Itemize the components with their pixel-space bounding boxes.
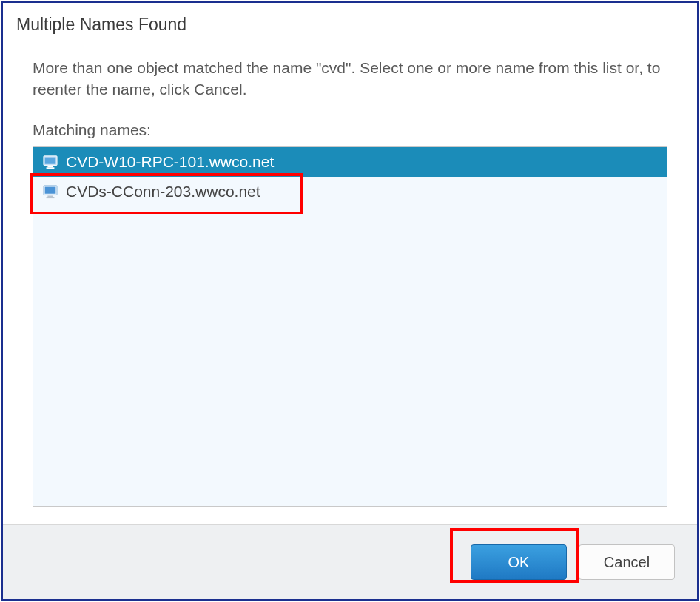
button-bar: OK Cancel (3, 524, 697, 599)
dialog-content: More than one object matched the name "c… (3, 42, 697, 524)
list-item[interactable]: CVDs-CConn-203.wwco.net (33, 177, 667, 206)
list-item[interactable]: CVD-W10-RPC-101.wwco.net (33, 147, 667, 177)
svg-rect-2 (47, 166, 53, 167)
svg-rect-6 (47, 195, 53, 197)
cancel-button[interactable]: Cancel (579, 544, 675, 580)
dialog-title: Multiple Names Found (3, 3, 697, 42)
matching-names-listbox[interactable]: CVD-W10-RPC-101.wwco.net CVDs-CConn-203.… (33, 146, 667, 507)
list-item-label: CVDs-CConn-203.wwco.net (66, 183, 260, 200)
dialog-window: Multiple Names Found More than one objec… (1, 1, 699, 601)
instruction-text: More than one object matched the name "c… (33, 57, 667, 101)
svg-rect-7 (47, 197, 55, 198)
computer-icon (42, 155, 58, 169)
svg-rect-3 (47, 167, 55, 169)
svg-rect-5 (45, 186, 56, 193)
list-item-label: CVD-W10-RPC-101.wwco.net (66, 153, 274, 171)
computer-icon (42, 184, 58, 199)
matching-names-label: Matching names: (33, 121, 667, 139)
ok-button[interactable]: OK (471, 544, 567, 580)
svg-rect-1 (45, 157, 56, 163)
